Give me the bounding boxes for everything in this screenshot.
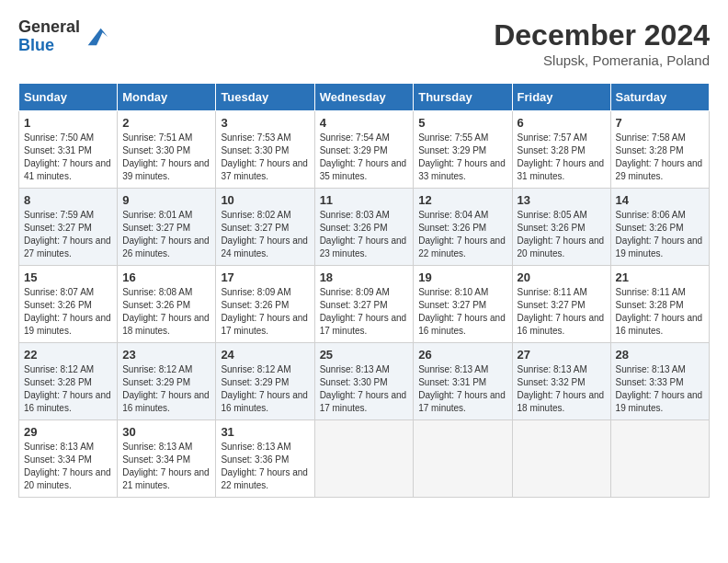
calendar-cell: 4Sunrise: 7:54 AMSunset: 3:29 PMDaylight…	[314, 111, 414, 189]
calendar-cell	[512, 420, 610, 498]
day-number: 20	[518, 270, 606, 284]
calendar-cell: 10Sunrise: 8:02 AMSunset: 3:27 PMDayligh…	[216, 189, 314, 266]
calendar-cell: 25Sunrise: 8:13 AMSunset: 3:30 PMDayligh…	[314, 343, 414, 420]
day-info: Sunrise: 8:08 AMSunset: 3:26 PMDaylight:…	[122, 286, 210, 338]
calendar-cell: 1Sunrise: 7:50 AMSunset: 3:31 PMDaylight…	[19, 111, 118, 189]
logo: General Blue	[18, 18, 109, 55]
day-number: 28	[616, 348, 704, 362]
weekday-header: Saturday	[610, 84, 709, 111]
day-info: Sunrise: 8:13 AMSunset: 3:34 PMDaylight:…	[24, 441, 112, 492]
day-info: Sunrise: 8:12 AMSunset: 3:28 PMDaylight:…	[24, 363, 112, 415]
month-title: December 2024	[494, 18, 710, 52]
calendar-week-row: 29Sunrise: 8:13 AMSunset: 3:34 PMDayligh…	[19, 420, 710, 498]
day-number: 5	[418, 116, 506, 130]
day-number: 17	[221, 270, 309, 284]
calendar-cell: 9Sunrise: 8:01 AMSunset: 3:27 PMDaylight…	[118, 189, 216, 266]
day-info: Sunrise: 7:57 AMSunset: 3:28 PMDaylight:…	[518, 132, 606, 183]
day-info: Sunrise: 8:12 AMSunset: 3:29 PMDaylight:…	[221, 363, 309, 415]
calendar-cell: 2Sunrise: 7:51 AMSunset: 3:30 PMDaylight…	[118, 111, 216, 189]
day-info: Sunrise: 8:11 AMSunset: 3:27 PMDaylight:…	[518, 286, 606, 338]
location: Slupsk, Pomerania, Poland	[494, 52, 710, 68]
day-info: Sunrise: 7:58 AMSunset: 3:28 PMDaylight:…	[616, 132, 704, 183]
calendar-cell: 5Sunrise: 7:55 AMSunset: 3:29 PMDaylight…	[414, 111, 512, 189]
calendar-cell: 31Sunrise: 8:13 AMSunset: 3:36 PMDayligh…	[216, 420, 314, 498]
day-number: 30	[122, 425, 210, 439]
day-number: 11	[320, 193, 409, 207]
day-number: 19	[418, 270, 506, 284]
day-info: Sunrise: 8:13 AMSunset: 3:30 PMDaylight:…	[320, 363, 409, 415]
calendar-cell: 6Sunrise: 7:57 AMSunset: 3:28 PMDaylight…	[512, 111, 610, 189]
day-info: Sunrise: 8:09 AMSunset: 3:26 PMDaylight:…	[221, 286, 309, 338]
calendar-cell: 29Sunrise: 8:13 AMSunset: 3:34 PMDayligh…	[19, 420, 118, 498]
day-info: Sunrise: 8:07 AMSunset: 3:26 PMDaylight:…	[24, 286, 112, 338]
logo-text: General Blue	[18, 18, 80, 55]
day-number: 12	[418, 193, 506, 207]
calendar-cell: 22Sunrise: 8:12 AMSunset: 3:28 PMDayligh…	[19, 343, 118, 420]
day-number: 8	[24, 193, 112, 207]
day-number: 16	[122, 270, 210, 284]
day-number: 2	[122, 116, 210, 130]
calendar-cell: 19Sunrise: 8:10 AMSunset: 3:27 PMDayligh…	[414, 266, 512, 343]
calendar-cell: 30Sunrise: 8:13 AMSunset: 3:34 PMDayligh…	[118, 420, 216, 498]
day-number: 26	[418, 348, 506, 362]
day-info: Sunrise: 7:53 AMSunset: 3:30 PMDaylight:…	[221, 132, 309, 183]
logo-blue: Blue	[18, 37, 80, 55]
calendar-cell: 7Sunrise: 7:58 AMSunset: 3:28 PMDaylight…	[610, 111, 709, 189]
calendar-cell: 20Sunrise: 8:11 AMSunset: 3:27 PMDayligh…	[512, 266, 610, 343]
calendar-cell: 13Sunrise: 8:05 AMSunset: 3:26 PMDayligh…	[512, 189, 610, 266]
day-info: Sunrise: 8:12 AMSunset: 3:29 PMDaylight:…	[122, 363, 210, 415]
day-number: 27	[518, 348, 606, 362]
day-number: 18	[320, 270, 409, 284]
calendar-cell	[610, 420, 709, 498]
day-info: Sunrise: 8:03 AMSunset: 3:26 PMDaylight:…	[320, 209, 409, 260]
day-info: Sunrise: 8:05 AMSunset: 3:26 PMDaylight:…	[518, 209, 606, 260]
day-number: 21	[616, 270, 704, 284]
day-info: Sunrise: 8:01 AMSunset: 3:27 PMDaylight:…	[122, 209, 210, 260]
calendar-cell: 17Sunrise: 8:09 AMSunset: 3:26 PMDayligh…	[216, 266, 314, 343]
calendar-table: SundayMondayTuesdayWednesdayThursdayFrid…	[18, 83, 710, 498]
calendar-cell: 28Sunrise: 8:13 AMSunset: 3:33 PMDayligh…	[610, 343, 709, 420]
day-number: 10	[221, 193, 309, 207]
day-number: 24	[221, 348, 309, 362]
day-info: Sunrise: 8:13 AMSunset: 3:32 PMDaylight:…	[518, 363, 606, 415]
weekday-header: Monday	[118, 84, 216, 111]
calendar-cell: 16Sunrise: 8:08 AMSunset: 3:26 PMDayligh…	[118, 266, 216, 343]
day-info: Sunrise: 8:13 AMSunset: 3:31 PMDaylight:…	[418, 363, 506, 415]
day-info: Sunrise: 7:54 AMSunset: 3:29 PMDaylight:…	[320, 132, 409, 183]
calendar-cell: 21Sunrise: 8:11 AMSunset: 3:28 PMDayligh…	[610, 266, 709, 343]
svg-marker-0	[88, 28, 108, 45]
day-number: 23	[122, 348, 210, 362]
day-info: Sunrise: 8:13 AMSunset: 3:34 PMDaylight:…	[122, 441, 210, 492]
page-header: General Blue December 2024 Slupsk, Pomer…	[18, 18, 710, 68]
calendar-cell: 3Sunrise: 7:53 AMSunset: 3:30 PMDaylight…	[216, 111, 314, 189]
calendar-cell: 14Sunrise: 8:06 AMSunset: 3:26 PMDayligh…	[610, 189, 709, 266]
day-number: 15	[24, 270, 112, 284]
calendar-header-row: SundayMondayTuesdayWednesdayThursdayFrid…	[19, 84, 710, 111]
day-number: 25	[320, 348, 409, 362]
day-number: 13	[518, 193, 606, 207]
day-number: 22	[24, 348, 112, 362]
calendar-week-row: 22Sunrise: 8:12 AMSunset: 3:28 PMDayligh…	[19, 343, 710, 420]
calendar-week-row: 1Sunrise: 7:50 AMSunset: 3:31 PMDaylight…	[19, 111, 710, 189]
weekday-header: Wednesday	[314, 84, 414, 111]
day-number: 3	[221, 116, 309, 130]
day-info: Sunrise: 8:11 AMSunset: 3:28 PMDaylight:…	[616, 286, 704, 338]
day-number: 29	[24, 425, 112, 439]
calendar-cell	[414, 420, 512, 498]
day-info: Sunrise: 8:04 AMSunset: 3:26 PMDaylight:…	[418, 209, 506, 260]
day-info: Sunrise: 7:51 AMSunset: 3:30 PMDaylight:…	[122, 132, 210, 183]
calendar-cell: 26Sunrise: 8:13 AMSunset: 3:31 PMDayligh…	[414, 343, 512, 420]
calendar-cell: 27Sunrise: 8:13 AMSunset: 3:32 PMDayligh…	[512, 343, 610, 420]
calendar-week-row: 15Sunrise: 8:07 AMSunset: 3:26 PMDayligh…	[19, 266, 710, 343]
calendar-cell: 24Sunrise: 8:12 AMSunset: 3:29 PMDayligh…	[216, 343, 314, 420]
calendar-cell: 8Sunrise: 7:59 AMSunset: 3:27 PMDaylight…	[19, 189, 118, 266]
day-info: Sunrise: 7:50 AMSunset: 3:31 PMDaylight:…	[24, 132, 112, 183]
calendar-cell	[314, 420, 414, 498]
day-info: Sunrise: 8:13 AMSunset: 3:33 PMDaylight:…	[616, 363, 704, 415]
day-info: Sunrise: 7:59 AMSunset: 3:27 PMDaylight:…	[24, 209, 112, 260]
day-info: Sunrise: 8:13 AMSunset: 3:36 PMDaylight:…	[221, 441, 309, 492]
calendar-cell: 11Sunrise: 8:03 AMSunset: 3:26 PMDayligh…	[314, 189, 414, 266]
day-number: 6	[518, 116, 606, 130]
day-number: 7	[616, 116, 704, 130]
logo-icon	[84, 24, 109, 50]
